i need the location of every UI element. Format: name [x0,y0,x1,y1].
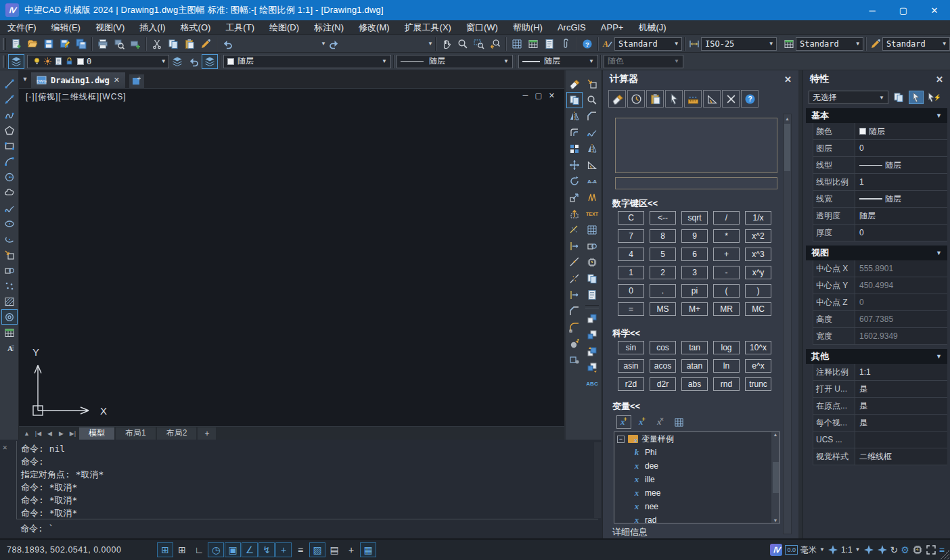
mleader-style-combo[interactable]: Standard ▼ [882,37,950,51]
draworder-front-tool[interactable] [584,310,600,327]
calc-key-power[interactable]: x^y [745,266,771,279]
calc-key-d2r[interactable]: d2r [650,377,676,391]
fullscreen-icon[interactable] [926,544,936,555]
stretch-tool[interactable] [566,206,583,222]
prop-row-linetype[interactable]: 线型 随层 [813,157,947,174]
tree-item-mee[interactable]: x mee [614,486,779,500]
menu-arcgis[interactable]: ArcGIS [550,20,593,35]
tab-close-icon[interactable]: ✕ [114,76,120,85]
paste-to-commandline-button[interactable] [646,90,664,108]
mech-symmetry-tool[interactable] [584,141,600,157]
command-prompt-input[interactable]: 命令: ` [20,522,53,535]
scale-tool[interactable] [566,189,583,206]
break-tool[interactable] [566,271,583,287]
chevron-down-icon[interactable]: ▼ [936,250,942,256]
redo-dropdown-arrow-icon[interactable]: ▼ [426,41,433,47]
prop-row-center-x[interactable]: 中心点 X 555.8901 [813,260,947,277]
prop-row-layer[interactable]: 图层 0 [813,140,947,157]
tab-layout2[interactable]: 布局2 [157,427,197,440]
minimize-button[interactable]: ─ [857,0,888,20]
calc-key-7[interactable]: 7 [618,229,644,243]
polyline-tool[interactable] [1,107,18,122]
menu-help[interactable]: 帮助(H) [505,20,550,35]
calc-key-square[interactable]: x^2 [745,229,771,243]
tree-item-phi[interactable]: k Phi [614,446,779,459]
calc-key-MC[interactable]: MC [745,302,771,316]
calc-key-Mplus[interactable]: M+ [681,302,708,316]
layer-lock-icon[interactable] [64,54,74,69]
layout-menu-icon[interactable]: ▲ [22,430,32,437]
linetype-combo[interactable]: 随层 ▼ [397,55,513,68]
rectangle-tool[interactable] [1,138,18,154]
menu-modify[interactable]: 修改(M) [351,20,397,35]
calc-key-1[interactable]: 1 [618,266,644,279]
extend-tool[interactable] [566,238,583,254]
transparency-toggle[interactable]: ▨ [309,542,325,557]
design-center-button[interactable] [509,37,525,51]
toolbar-grip[interactable] [3,38,6,50]
construction-line-tool[interactable] [1,91,18,107]
calc-key-cos[interactable]: cos [650,341,676,354]
calc-key-plus[interactable]: + [713,248,740,261]
paste-button[interactable] [181,37,198,51]
maximize-button[interactable]: ▢ [888,0,919,20]
calc-key-rnd[interactable]: rnd [713,377,740,391]
dropdown-arrow-icon[interactable]: ▼ [501,58,509,64]
selection-combo[interactable]: 无选择 ▼ [809,91,888,104]
zw-touch-icon[interactable]: Ⅳ [770,544,782,556]
tree-root-row[interactable]: − x 变量样例 [614,432,779,446]
ellipse-arc-tool[interactable] [1,231,18,247]
annotation-scale-icon[interactable] [828,544,838,555]
return-to-input-button[interactable] [671,415,686,429]
calculator-close-icon[interactable]: ✕ [784,74,792,85]
details-label[interactable]: 详细信息 [612,526,648,538]
prop-row-annotation-scale[interactable]: 注释比例 1:1 [813,364,947,381]
commandline-scrollbar[interactable] [594,442,601,518]
calc-key-divide[interactable]: / [713,211,740,225]
calc-key-asin[interactable]: asin [618,359,644,373]
offset-tool[interactable] [566,124,583,141]
prop-row-lineweight[interactable]: 线宽 随层 [813,191,947,208]
mech-bolt-tool[interactable] [584,254,600,271]
fillet-tool[interactable] [566,319,583,335]
menu-app-plus[interactable]: APP+ [593,20,631,35]
command-history[interactable]: 命令: nil 命令: 指定对角点: *取消* 命令: *取消* 命令: *取消… [16,441,598,519]
properties-close-icon[interactable]: ✕ [936,74,943,85]
calc-key-acos[interactable]: acos [650,359,676,373]
help-button[interactable] [579,37,595,51]
section-view[interactable]: 视图▼ [806,246,947,260]
table-tool[interactable] [1,325,18,340]
scroll-thumb[interactable] [784,124,790,171]
document-tab-drawing1[interactable]: DWG Drawing1.dwg ✕ [31,72,125,88]
undo-button[interactable] [219,37,235,51]
copy-tool[interactable] [566,92,583,108]
viewport-close-icon[interactable]: ✕ [549,91,555,100]
mech-coordinate-tool[interactable] [584,108,600,124]
tree-item-dee[interactable]: x dee [614,459,779,473]
break-at-point-tool[interactable] [566,254,583,271]
new-file-button[interactable] [8,37,24,51]
dim-style-combo[interactable]: ISO-25 ▼ [701,37,777,51]
auto-annotation-icon[interactable] [877,544,888,555]
mech-detail-view-tool[interactable] [584,92,600,108]
section-misc[interactable]: 其他▼ [806,349,947,364]
scroll-up-icon[interactable]: ▲ [784,114,791,123]
calc-key-minus[interactable]: - [713,266,740,279]
revision-cloud-tool[interactable] [1,185,18,200]
layer-previous-button[interactable] [185,54,202,69]
last-tab-icon[interactable]: ▶| [68,430,78,437]
polar-toggle[interactable]: ◷ [208,542,224,557]
ortho-toggle[interactable]: ∟ [191,542,207,557]
calc-key-ln[interactable]: ln [713,359,740,373]
undo-dropdown-arrow-icon[interactable]: ▼ [319,41,326,47]
prop-row-ucs-at-origin[interactable]: 在原点... 是 [813,398,947,415]
menu-view[interactable]: 视图(V) [88,20,132,35]
selection-preview-icon[interactable]: ↻ [890,545,899,555]
cut-button[interactable] [149,37,165,51]
sheet-set-button[interactable] [541,37,558,51]
calculator-history-display[interactable] [615,118,777,173]
selection-cycling-toggle[interactable]: + [343,542,359,557]
tree-scrollbar[interactable]: ▲ ▼ [771,432,779,523]
layer-manager-button[interactable] [8,54,24,69]
calc-key-reciprocal[interactable]: 1/x [745,211,771,225]
